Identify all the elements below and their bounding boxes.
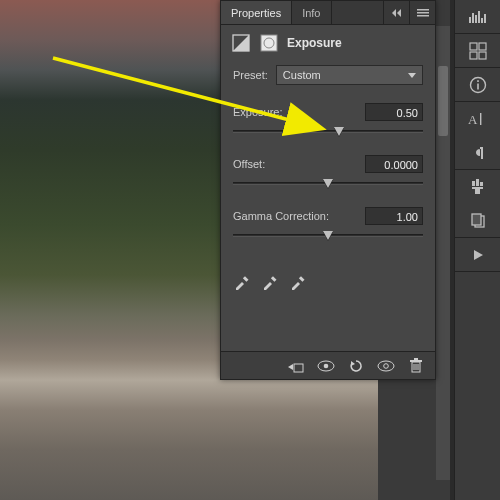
chevron-down-icon <box>408 73 416 78</box>
svg-rect-18 <box>472 187 483 189</box>
svg-rect-3 <box>478 11 480 23</box>
svg-rect-44 <box>414 358 418 360</box>
svg-marker-23 <box>392 9 396 17</box>
layer-mask-icon <box>259 33 279 53</box>
view-previous-state-icon[interactable] <box>317 357 335 375</box>
panel-footer <box>221 351 435 379</box>
exposure-adjustment-icon <box>231 33 251 53</box>
svg-point-41 <box>384 363 389 368</box>
clip-to-layer-icon[interactable] <box>287 357 305 375</box>
svg-rect-34 <box>299 276 305 282</box>
histogram-icon[interactable] <box>455 0 500 34</box>
toggle-visibility-icon[interactable] <box>377 357 395 375</box>
gamma-field[interactable]: 1.00 <box>365 207 423 225</box>
svg-rect-26 <box>417 12 429 14</box>
reset-icon[interactable] <box>347 357 365 375</box>
svg-point-38 <box>324 363 329 368</box>
eyedropper-white-icon[interactable] <box>289 273 307 291</box>
svg-rect-17 <box>480 182 483 186</box>
swatches-icon[interactable] <box>455 34 500 68</box>
svg-rect-2 <box>475 15 477 23</box>
svg-marker-29 <box>233 35 249 51</box>
gamma-slider[interactable] <box>233 229 423 243</box>
character-icon[interactable]: A <box>455 102 500 136</box>
panel-tabs: Properties Info <box>221 1 435 25</box>
tab-info[interactable]: Info <box>292 1 331 24</box>
svg-rect-19 <box>475 189 480 194</box>
tab-properties[interactable]: Properties <box>221 1 292 24</box>
exposure-label: Exposure: <box>233 106 283 118</box>
collapse-icon[interactable] <box>383 1 409 24</box>
svg-rect-16 <box>476 179 479 186</box>
delete-icon[interactable] <box>407 357 425 375</box>
preset-label: Preset: <box>233 69 268 81</box>
styles-icon[interactable] <box>455 204 500 238</box>
svg-rect-43 <box>410 360 422 362</box>
svg-rect-6 <box>470 43 477 50</box>
vertical-scrollbar[interactable] <box>436 26 450 480</box>
svg-rect-32 <box>243 276 249 282</box>
exposure-field[interactable]: 0.50 <box>365 103 423 121</box>
eyedropper-black-icon[interactable] <box>233 273 251 291</box>
svg-rect-9 <box>479 52 486 59</box>
paragraph-icon[interactable] <box>455 136 500 170</box>
svg-rect-12 <box>477 80 479 82</box>
svg-rect-33 <box>271 276 277 282</box>
svg-rect-27 <box>417 15 429 17</box>
offset-label: Offset: <box>233 158 265 170</box>
svg-marker-22 <box>474 250 483 260</box>
svg-rect-0 <box>469 17 471 23</box>
offset-field[interactable]: 0.0000 <box>365 155 423 173</box>
panel-menu-icon[interactable] <box>409 1 435 24</box>
exposure-slider-knob[interactable] <box>334 127 344 136</box>
gamma-label: Gamma Correction: <box>233 210 329 222</box>
svg-rect-25 <box>417 9 429 11</box>
svg-rect-1 <box>472 13 474 23</box>
svg-marker-36 <box>288 364 293 370</box>
eyedropper-gray-icon[interactable] <box>261 273 279 291</box>
play-icon[interactable] <box>455 238 500 272</box>
svg-text:A: A <box>468 112 478 127</box>
scrollbar-thumb[interactable] <box>438 66 448 136</box>
exposure-slider[interactable] <box>233 125 423 139</box>
svg-rect-14 <box>480 113 481 125</box>
svg-point-40 <box>378 361 394 371</box>
svg-rect-15 <box>472 181 475 186</box>
brush-icon[interactable] <box>455 170 500 204</box>
svg-rect-8 <box>470 52 477 59</box>
svg-marker-24 <box>397 9 401 17</box>
svg-marker-39 <box>351 361 355 366</box>
info-icon[interactable] <box>455 68 500 102</box>
properties-panel: Properties Info Exposure Preset: Custom <box>220 0 436 380</box>
offset-slider[interactable] <box>233 177 423 191</box>
dock-separator <box>450 0 454 500</box>
svg-rect-7 <box>479 43 486 50</box>
svg-rect-5 <box>484 14 486 23</box>
preset-value: Custom <box>283 69 321 81</box>
preset-dropdown[interactable]: Custom <box>276 65 423 85</box>
svg-rect-11 <box>477 83 479 89</box>
svg-rect-4 <box>481 18 483 23</box>
right-dock: A <box>454 0 500 500</box>
svg-rect-35 <box>294 364 303 372</box>
svg-rect-21 <box>472 214 481 225</box>
svg-point-31 <box>264 38 274 48</box>
offset-slider-knob[interactable] <box>323 179 333 188</box>
adjustment-title: Exposure <box>287 36 342 50</box>
gamma-slider-knob[interactable] <box>323 231 333 240</box>
